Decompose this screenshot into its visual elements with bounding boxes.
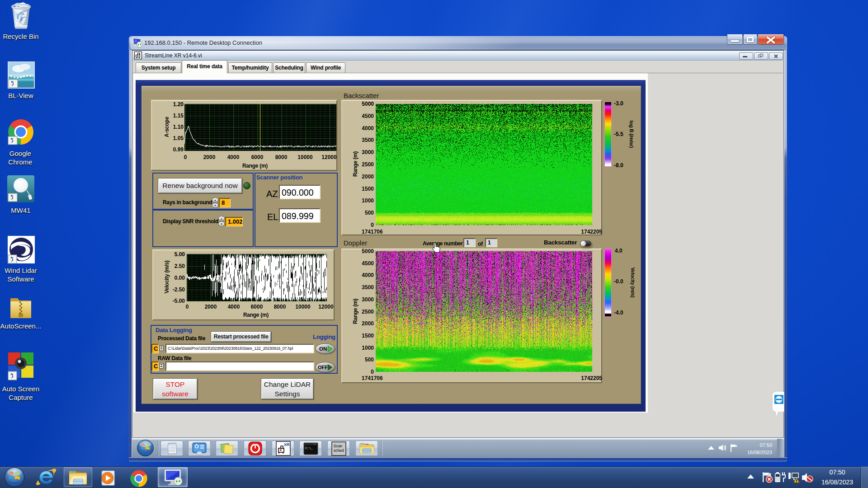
svg-text:Scan: Scan <box>334 444 342 448</box>
svg-text:sched: sched <box>334 448 344 453</box>
svg-text:XR: XR <box>284 442 290 447</box>
svg-text:C:\_: C:\_ <box>305 446 313 450</box>
